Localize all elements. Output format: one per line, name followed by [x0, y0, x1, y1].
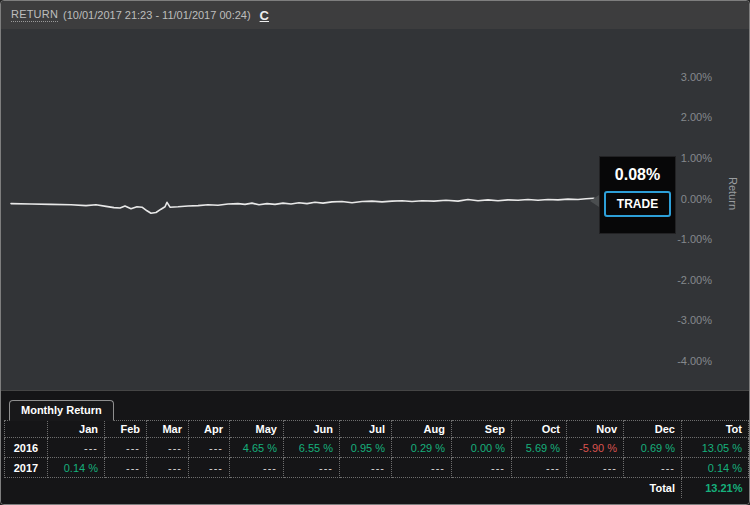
cell-2016-oct: 5.69 %	[512, 438, 567, 458]
cell-2016-jan: ---	[48, 438, 105, 458]
col-header-jan: Jan	[48, 421, 105, 438]
cell-2016-sep: 0.00 %	[452, 438, 512, 458]
cell-2016-apr: ---	[189, 438, 230, 458]
cell-2016-mar: ---	[147, 438, 189, 458]
cell-2017-may: ---	[230, 458, 284, 478]
table-header-row: Jan Feb Mar Apr May Jun Jul Aug Sep Oct …	[5, 421, 749, 438]
col-header-feb: Feb	[105, 421, 147, 438]
cell-2016-jul: 0.95 %	[340, 438, 392, 458]
y-tick-neg1: -1.00%	[662, 233, 712, 245]
tooltip-arrow-icon	[590, 195, 599, 207]
total-value: 13.21%	[682, 478, 749, 498]
y-axis-title: Return	[727, 177, 739, 210]
y-tick-3: 3.00%	[662, 71, 712, 83]
cell-2016-may: 4.65 %	[230, 438, 284, 458]
y-tick-neg3: -3.00%	[662, 314, 712, 326]
col-header-aug: Aug	[392, 421, 452, 438]
total-row-spacer	[5, 478, 624, 498]
cell-2017-tot: 0.14 %	[682, 458, 749, 478]
cell-2017-feb: ---	[105, 458, 147, 478]
cell-2017-dec: ---	[624, 458, 682, 478]
col-header-jul: Jul	[340, 421, 392, 438]
table-row-2017: 2017 0.14 % --- --- --- --- --- --- --- …	[5, 458, 749, 478]
table-total-row: Total 13.21%	[5, 478, 749, 498]
cell-2017-apr: ---	[189, 458, 230, 478]
cell-2017-jun: ---	[284, 458, 340, 478]
cell-2017-jan: 0.14 %	[48, 458, 105, 478]
year-label: 2016	[5, 438, 48, 458]
col-header-may: May	[230, 421, 284, 438]
col-header-tot: Tot	[682, 421, 749, 438]
table-row-2016: 2016 --- --- --- --- 4.65 % 6.55 % 0.95 …	[5, 438, 749, 458]
cell-2016-jun: 6.55 %	[284, 438, 340, 458]
return-title: RETURN	[11, 8, 58, 22]
cell-2017-oct: ---	[512, 458, 567, 478]
col-header-mar: Mar	[147, 421, 189, 438]
year-label: 2017	[5, 458, 48, 478]
cell-2016-aug: 0.29 %	[392, 438, 452, 458]
cell-2017-aug: ---	[392, 458, 452, 478]
cell-2016-tot: 13.05 %	[682, 438, 749, 458]
y-tick-2: 2.00%	[662, 111, 712, 123]
currency-toggle-icon[interactable]: C	[260, 8, 269, 23]
col-header-nov: Nov	[567, 421, 624, 438]
last-return-value: 0.08%	[600, 166, 675, 184]
total-label: Total	[624, 478, 682, 498]
cell-2017-nov: ---	[567, 458, 624, 478]
tab-monthly-return[interactable]: Monthly Return	[9, 400, 114, 421]
return-date-range: (10/01/2017 21:23 - 11/01/2017 00:24)	[63, 9, 251, 21]
y-tick-neg2: -2.00%	[662, 274, 712, 286]
y-tick-neg4: -4.00%	[662, 355, 712, 367]
col-header-dec: Dec	[624, 421, 682, 438]
cell-2016-feb: ---	[105, 438, 147, 458]
chart-header: RETURN (10/01/2017 21:23 - 11/01/2017 00…	[1, 1, 749, 29]
monthly-return-table: Jan Feb Mar Apr May Jun Jul Aug Sep Oct …	[4, 420, 749, 498]
col-header-oct: Oct	[512, 421, 567, 438]
cell-2016-dec: 0.69 %	[624, 438, 682, 458]
last-value-tooltip: 0.08% TRADE	[599, 156, 676, 234]
cell-2017-mar: ---	[147, 458, 189, 478]
cell-2017-jul: ---	[340, 458, 392, 478]
monthly-return-panel: Monthly Return Jan Feb Mar Apr May Jun	[1, 391, 749, 505]
return-line	[11, 198, 594, 213]
trade-button[interactable]: TRADE	[604, 191, 671, 217]
return-chart[interactable]: 3.00% 2.00% 1.00% 0.00% -1.00% -2.00% -3…	[1, 29, 749, 391]
col-header-year	[5, 421, 48, 438]
col-header-apr: Apr	[189, 421, 230, 438]
cell-2016-nov: -5.90 %	[567, 438, 624, 458]
col-header-sep: Sep	[452, 421, 512, 438]
col-header-jun: Jun	[284, 421, 340, 438]
trading-widget: RETURN (10/01/2017 21:23 - 11/01/2017 00…	[0, 0, 750, 505]
cell-2017-sep: ---	[452, 458, 512, 478]
